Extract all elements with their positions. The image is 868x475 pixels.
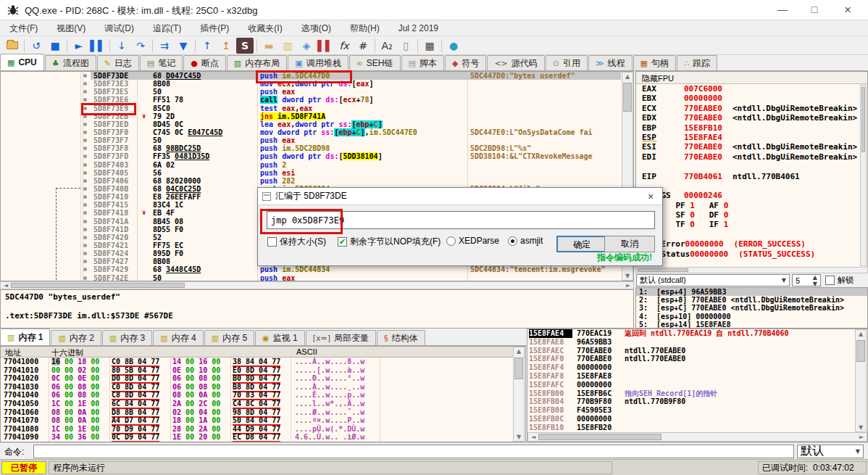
minimize-button[interactable]: — [767, 0, 798, 20]
register-row[interactable]: EFLAGS00000246 [636, 191, 867, 200]
register-row[interactable]: ESI770EABE0<ntdll.DbgUiRemoteBreakin> [636, 142, 867, 152]
tab-9[interactable]: ▤脚本 [401, 55, 444, 70]
breakpoint-dot[interactable] [83, 228, 87, 231]
register-row[interactable] [636, 230, 867, 239]
arg-count-stepper[interactable]: 5▲▼ [792, 274, 821, 286]
register-row[interactable]: EIP770B4061ntdll.770B4061 [636, 172, 867, 181]
run-until-icon[interactable]: ⇉ [156, 38, 173, 54]
menu-item[interactable]: Jul 2 2019 [389, 20, 448, 36]
dump-row[interactable]: 770410200C 00 0E 00D0 8D 04 7706 00 08 0… [1, 374, 525, 383]
breakpoint-dot[interactable] [83, 276, 87, 280]
menu-item[interactable]: 插件(P) [191, 20, 238, 36]
breakpoint-dot[interactable] [83, 179, 87, 183]
menu-item[interactable]: 追踪(T) [143, 20, 191, 36]
tab-12[interactable]: ⊙引用 [546, 55, 588, 70]
stack-row[interactable]: 15E8FB0015E8FB6C指向SEH_Record[1]的指针 [527, 389, 867, 398]
breakpoint-dot[interactable] [83, 211, 87, 215]
argument-row[interactable]: 4: [esp+10] 00000000 [636, 313, 867, 321]
stack-row[interactable]: 15E8FAF815E8FAE8 [527, 372, 867, 381]
breakpoint-dot[interactable] [83, 123, 87, 126]
menu-item[interactable]: 收藏夹(I) [238, 20, 291, 36]
register-row[interactable]: EAX007C6000 [636, 84, 867, 94]
register-row[interactable]: ECX770EABE0<ntdll.DbgUiRemoteBreakin> [636, 104, 867, 113]
dump-row[interactable]: 7704109034 00 36 000C D9 04 771E 00 20 0… [1, 433, 525, 442]
tab-2[interactable]: ♣流程图 [45, 55, 96, 70]
tab-13[interactable]: ≫线程 [588, 55, 633, 70]
tab-11[interactable]: <>源代码 [487, 55, 544, 70]
dump-row[interactable]: 7704100016 00 18 00C0 8B 04 7714 00 16 0… [1, 358, 525, 366]
comment-icon[interactable]: ▥ [279, 38, 296, 54]
unlock-checkbox[interactable] [825, 276, 835, 285]
run-icon[interactable]: ► [70, 38, 88, 54]
tab-14[interactable]: ▦句柄 [633, 55, 676, 70]
xedparse-radio[interactable]: XEDParse [446, 236, 499, 246]
disasm-row[interactable]: 5D8F73F0C745 0C E047C45Dmov dword ptr ss… [1, 128, 633, 136]
dump-row[interactable]: 770410801C 00 1E 0070 D9 04 7728 00 2A 0… [1, 425, 525, 434]
breakpoint-dot[interactable] [83, 74, 87, 78]
bottom-tab-7[interactable]: [x=]局部变量 [306, 330, 376, 345]
dump-row[interactable]: 7704103006 00 08 00C0 8D 04 7706 00 08 0… [1, 383, 525, 392]
stack-row[interactable]: 15E8FB08F45905E3 [527, 406, 867, 415]
bottom-tab-2[interactable]: ▥内存 2 [51, 330, 101, 345]
breakpoint-dot[interactable] [83, 163, 87, 167]
stack-row[interactable]: 15E8FAF400000000 [527, 363, 867, 372]
open-file-icon[interactable] [4, 38, 21, 54]
patch-icon[interactable]: ▬ [260, 38, 277, 54]
pause-icon[interactable]: ▌▌ [89, 38, 107, 54]
argument-row[interactable]: 2: [esp+8] 770EABE0 <ntdll.DbgUiRemoteBr… [636, 296, 867, 304]
breakpoint-dot[interactable] [83, 139, 87, 142]
dialog-close-icon[interactable]: × [643, 191, 658, 202]
execute-till-return-icon[interactable]: ▼ [175, 38, 192, 54]
bottom-tab-5[interactable]: ▥内存 5 [204, 330, 254, 345]
menu-item[interactable]: 视图(V) [47, 20, 95, 36]
fill-nop-checkbox[interactable]: ✔剩余字节以NOP填充(F) [338, 236, 441, 248]
stack-pane[interactable]: 15E8FAE4770EAC19返回到 ntdll.770EAC19 自 ntd… [527, 329, 868, 442]
disasm-row[interactable]: 5D8F73E550push eax [1, 88, 633, 96]
breakpoint-dot[interactable] [83, 90, 87, 94]
stack-row[interactable]: 15E8FAE896A59BB3 [527, 338, 867, 347]
hash-icon[interactable]: # [354, 38, 372, 54]
register-row[interactable]: OF 0 SF 0 DF 0 [636, 210, 867, 220]
register-row[interactable]: EBP15E8FB10 [636, 123, 867, 133]
register-row[interactable]: LastError00000000(ERROR_SUCCESS) [636, 239, 867, 249]
breakpoint-dot[interactable] [83, 82, 87, 86]
disasm-hscrollbar[interactable]: ◄ ► [0, 281, 634, 289]
command-profile-select[interactable]: 默认▼ [797, 445, 864, 458]
command-input[interactable] [33, 445, 794, 458]
step-over-icon[interactable]: ↷ [132, 38, 149, 54]
scylla-icon[interactable]: S [236, 38, 254, 54]
register-row[interactable]: ESP15E8FAE4 [636, 133, 867, 142]
dump-row[interactable]: 7704101000 00 02 0080 5B 04 770E 00 10 0… [1, 366, 525, 375]
tab-3[interactable]: ✎日志 [97, 55, 139, 70]
register-row[interactable] [636, 181, 867, 191]
stack-row[interactable]: 15E8FAE4770EAC19返回到 ntdll.770EAC19 自 ntd… [527, 329, 867, 338]
label-icon[interactable]: ◈ [298, 38, 315, 54]
maximize-button[interactable]: □ [798, 0, 830, 20]
tab-4[interactable]: ▤笔记 [140, 55, 183, 70]
ok-button[interactable]: 确定 [556, 236, 607, 252]
disasm-row[interactable]: 5D8F73FDFF35 0481D35Dpush dword ptr ds:[… [1, 152, 633, 160]
breakpoint-list-icon[interactable]: ▌▌ [317, 38, 334, 54]
tab-15[interactable]: ∴跟踪 [677, 55, 717, 70]
argument-row[interactable]: 3: [esp+C] 770EABE0 <ntdll.DbgUiRemoteBr… [636, 304, 867, 312]
breakpoint-dot[interactable] [83, 131, 87, 134]
bottom-tab-6[interactable]: ◉监视 1 [255, 330, 305, 345]
breakpoint-dot[interactable] [83, 268, 87, 271]
menu-item[interactable]: 文件(F) [0, 20, 47, 36]
run-to-user-code-icon[interactable]: ↥ [217, 38, 235, 54]
register-row[interactable]: LastStatus00000000(STATUS_SUCCESS) [636, 249, 867, 259]
dump-row[interactable]: 7704104006 00 08 00C8 8D 04 7708 00 0A 0… [1, 391, 525, 400]
dump-row[interactable]: 770410501C 00 1E 006C 84 04 772A 00 2C 0… [1, 400, 525, 408]
bottom-tab-1[interactable]: ▥内存 1 [0, 329, 50, 345]
breakpoint-dot[interactable] [83, 260, 87, 263]
breakpoint-dot[interactable] [83, 171, 87, 175]
stack-row[interactable]: 15E8FB04770B9F80ntdll.770B9F80 [527, 397, 867, 406]
tab-7[interactable]: ▣调用堆栈 [288, 55, 348, 70]
stack-row[interactable]: 15E8FAFC00000000 [527, 381, 867, 389]
registers-pane[interactable]: 隐藏FPU EAX007C6000EBX00000000ECX770EABE0<… [635, 71, 868, 273]
keep-size-checkbox[interactable]: 保持大小(S) [267, 236, 326, 248]
cancel-button[interactable]: 取消 [604, 236, 655, 252]
dump-row[interactable]: 7704107008 00 0A 00A4 D7 04 7718 00 1A 0… [1, 416, 525, 425]
dump-row[interactable]: 7704106008 00 0A 00D8 8B 04 7702 00 04 0… [1, 408, 525, 417]
patches-icon[interactable]: ▯ [397, 38, 414, 54]
